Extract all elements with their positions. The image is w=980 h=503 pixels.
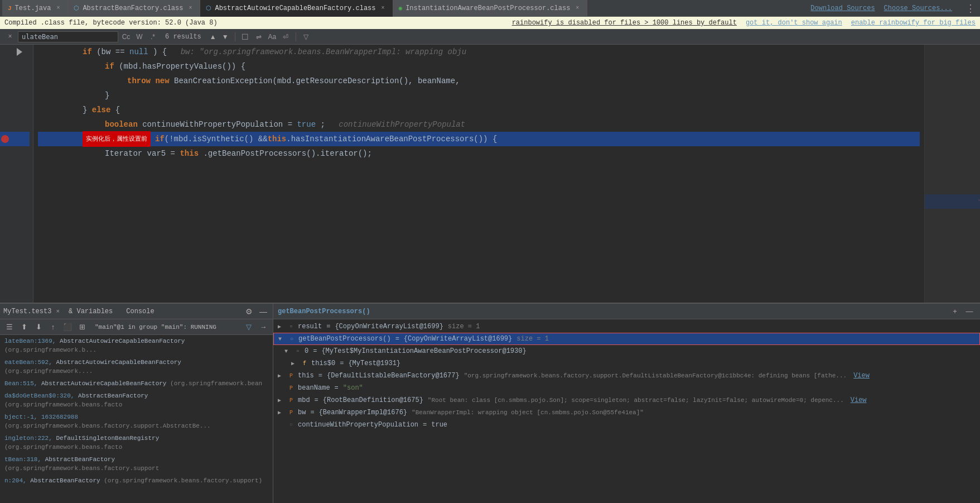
var-value: {CopyOnWriteArrayList@1699} bbox=[404, 335, 512, 343]
stack-frame-4[interactable]: bject:-1, 1632682988 (org.springframewor… bbox=[0, 411, 273, 432]
tab-close-3[interactable]: × bbox=[573, 4, 581, 12]
stack-frame-6[interactable]: tBean:318, AbstractBeanFactory (org.spri… bbox=[0, 453, 273, 475]
var-row-beanName[interactable]: ▶ P beanName = "son" bbox=[273, 382, 980, 394]
preserve-case-button[interactable]: Aa bbox=[267, 31, 278, 42]
var-row-item0[interactable]: ▼ = 0 = {MyTest$MyInstantiationAwareBean… bbox=[280, 345, 980, 357]
code-line: if (bw == null ) { bw: "org.springframew… bbox=[38, 45, 920, 59]
download-sources-link[interactable]: Download Sources bbox=[810, 4, 875, 12]
expand-arrow[interactable]: ▶ bbox=[278, 409, 284, 416]
match-case-button[interactable]: Cc bbox=[120, 31, 132, 42]
var-icon-p: P bbox=[287, 397, 296, 404]
multiline-button[interactable]: ⇌ bbox=[253, 31, 264, 42]
down-btn[interactable]: ⬇ bbox=[32, 321, 45, 333]
stack-frame-1[interactable]: eateBean:592, AbstractAutowireCapableBea… bbox=[0, 356, 273, 377]
code-line-highlighted: 实例化后，属性设置前 if (!mbd.isSynthetic() && thi… bbox=[38, 132, 920, 146]
keyword-if: if bbox=[83, 47, 92, 56]
panel-right-actions: ⚙ — bbox=[243, 305, 269, 318]
keyword-if: if bbox=[155, 132, 165, 146]
add-var-button[interactable]: + bbox=[949, 305, 961, 318]
match-word-button[interactable]: W bbox=[134, 31, 145, 42]
words-only-button[interactable]: ⏎ bbox=[280, 31, 291, 42]
restore-btn[interactable]: ☰ bbox=[3, 321, 16, 333]
tab-test-java[interactable]: J Test.java × bbox=[2, 0, 68, 17]
stack-frame-7[interactable]: n:204, AbstractBeanFactory (org.springfr… bbox=[0, 475, 273, 487]
tab-close-2[interactable]: × bbox=[379, 4, 387, 12]
stack-frame-5[interactable]: ingleton:222, DefaultSingletonBeanRegist… bbox=[0, 432, 273, 453]
next-result-button[interactable]: ▼ bbox=[220, 32, 230, 42]
gutter-line bbox=[0, 88, 30, 103]
java-icon: J bbox=[8, 5, 12, 12]
var-row-mbd[interactable]: ▶ P mbd = {RootBeanDefinition@1675} "Roo… bbox=[273, 394, 980, 406]
stack-frame-2[interactable]: Bean:515, AbstractAutowireCapableBeanFac… bbox=[0, 377, 273, 390]
tab-abstract-bean[interactable]: ⬡ AbstractBeanFactory.class × bbox=[68, 0, 200, 17]
code-editor: if (bw == null ) { bw: "org.springframew… bbox=[0, 45, 980, 303]
tab-variables[interactable]: & Variables bbox=[64, 306, 117, 317]
gutter-line bbox=[0, 59, 30, 74]
code-line: } bbox=[38, 88, 920, 103]
export-btn[interactable]: ⊞ bbox=[76, 321, 88, 333]
up2-btn[interactable]: ↑ bbox=[47, 321, 59, 333]
minimize-button[interactable]: — bbox=[257, 305, 269, 318]
expand-arrow[interactable]: ▶ bbox=[278, 323, 284, 330]
close-search-icon[interactable]: × bbox=[4, 31, 16, 42]
view-link[interactable]: View bbox=[851, 396, 867, 404]
info-bar-actions: rainbowify is disabled for files > 1000 … bbox=[512, 19, 976, 27]
class-icon: ⬡ bbox=[206, 4, 211, 12]
tab-bar: J Test.java × ⬡ AbstractBeanFactory.clas… bbox=[0, 0, 980, 17]
panel-tab-bar: MyTest.test3 × & Variables Console ⚙ — bbox=[0, 304, 273, 319]
var-row-getBeanPostProcessors[interactable]: ▼ ○ getBeanPostProcessors() = {CopyOnWri… bbox=[273, 333, 980, 345]
keyword-true: true bbox=[297, 120, 316, 129]
stack-frame-0[interactable]: lateBean:1369, AbstractAutowireCapableBe… bbox=[0, 335, 273, 356]
minimap bbox=[924, 45, 980, 303]
got-it-link[interactable]: got it, don't show again bbox=[746, 19, 842, 27]
expand-arrow[interactable]: ▼ bbox=[284, 348, 291, 355]
filter-opt-btn[interactable]: ⬛ bbox=[61, 321, 74, 333]
expand-arrow[interactable]: ▶ bbox=[291, 360, 298, 367]
minimap-content bbox=[925, 45, 980, 303]
expand-arrow[interactable]: ▼ bbox=[278, 336, 285, 342]
rainbowify-warning: rainbowify is disabled for files > 1000 … bbox=[512, 19, 737, 27]
expand-arrow[interactable]: ▶ bbox=[278, 372, 284, 379]
tab-close-1[interactable]: × bbox=[186, 4, 194, 12]
replace-button[interactable]: ☐ bbox=[240, 31, 251, 42]
tab-close-0[interactable]: × bbox=[54, 4, 62, 12]
expand-arrow[interactable]: ▶ bbox=[278, 397, 284, 404]
tab-more-button[interactable]: ⋮ bbox=[961, 2, 980, 15]
up-btn[interactable]: ⬆ bbox=[18, 321, 30, 333]
filter-button[interactable]: ▽ bbox=[301, 31, 312, 42]
tab-label: AbstractBeanFactory.class bbox=[83, 4, 183, 12]
tab-abstract-autowire[interactable]: ⬡ AbstractAutowireCapableBeanFactory.cla… bbox=[200, 0, 393, 17]
stack-frame-3[interactable]: da$doGetBean$0:320, AbstractBeanFactory … bbox=[0, 390, 273, 411]
var-row-continueWithPropertyPopulation[interactable]: ▶ ○ continueWithPropertyPopulation = tru… bbox=[273, 419, 980, 431]
var-row-this[interactable]: ▶ P this = {DefaultListableBeanFactory@1… bbox=[273, 370, 980, 382]
var-row-this0[interactable]: ▶ f this$0 = {MyTest@1931} bbox=[287, 357, 980, 370]
tab-close-debug[interactable]: × bbox=[56, 308, 60, 315]
choose-sources-link[interactable]: Choose Sources... bbox=[884, 4, 952, 12]
collapse-button[interactable]: — bbox=[963, 305, 976, 318]
search-input[interactable] bbox=[18, 31, 118, 42]
var-name: getBeanPostProcessors() bbox=[298, 335, 391, 343]
var-icon-p: P bbox=[287, 385, 296, 391]
line-gutter bbox=[0, 45, 33, 303]
code-editor-area: if (bw == null ) { bw: "org.springframew… bbox=[0, 45, 980, 303]
expand-arrow: ▶ bbox=[278, 421, 284, 428]
filter-toggle[interactable]: ▽ bbox=[243, 321, 255, 333]
var-row-bw[interactable]: ▶ P bw = {BeanWrapperImpl@1676} "BeanWra… bbox=[273, 406, 980, 419]
enable-rainbowify-link[interactable]: enable rainbowify for big files bbox=[851, 19, 976, 27]
tab-console[interactable]: Console bbox=[122, 306, 158, 317]
var-extra: "Root bean: class [cn.smbms.pojo.Son]; s… bbox=[428, 397, 844, 404]
gutter-line bbox=[0, 45, 30, 59]
regex-button[interactable]: .* bbox=[147, 31, 158, 42]
tab-instantiation[interactable]: ◉ InstantiationAwareBeanPostProcessor.cl… bbox=[393, 0, 588, 17]
filter-input[interactable]: → bbox=[257, 321, 269, 333]
var-icon-p: P bbox=[287, 373, 296, 379]
var-name: bw bbox=[298, 409, 306, 416]
prev-result-button[interactable]: ▲ bbox=[208, 32, 218, 42]
settings-button[interactable]: ⚙ bbox=[243, 305, 255, 318]
left-panel: MyTest.test3 × & Variables Console ⚙ — ☰… bbox=[0, 304, 273, 503]
view-link[interactable]: View bbox=[853, 372, 870, 380]
var-icon-o: ○ bbox=[287, 336, 296, 342]
var-extra: "org.springframework.beans.factory.suppo… bbox=[464, 372, 847, 379]
breakpoint-icon[interactable] bbox=[1, 135, 9, 143]
var-row-result[interactable]: ▶ = result = {CopyOnWriteArrayList@1699}… bbox=[273, 320, 980, 333]
